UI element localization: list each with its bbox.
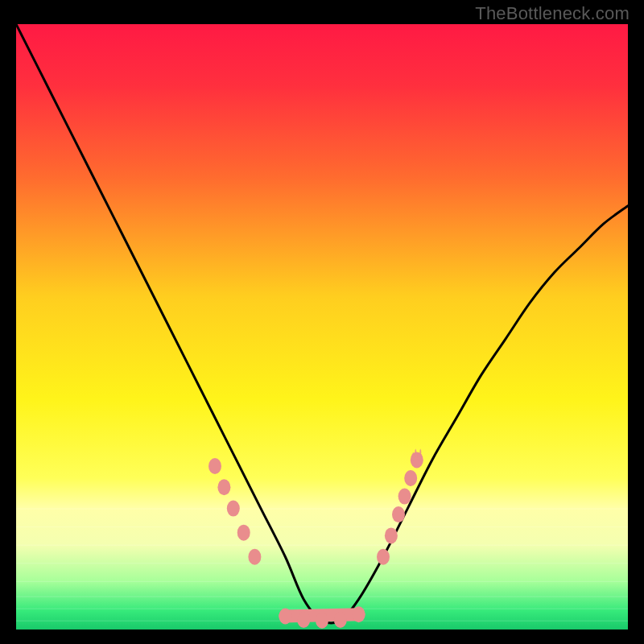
marker-left <box>248 549 261 565</box>
marker-right <box>411 452 423 468</box>
marker-right <box>377 549 390 565</box>
band-line <box>16 509 628 510</box>
marker-right <box>398 489 411 505</box>
band-line <box>16 545 628 546</box>
band-line <box>16 526 628 527</box>
gradient-background <box>16 24 628 630</box>
bottleneck-chart <box>16 24 628 630</box>
watermark-text: TheBottleneck.com <box>475 3 630 24</box>
marker-right <box>392 506 405 522</box>
band-line <box>16 597 628 597</box>
plot-area <box>16 24 628 630</box>
marker-left <box>208 458 221 474</box>
marker-bottom <box>297 612 310 628</box>
marker-bottom <box>279 608 291 624</box>
marker-bottom <box>353 606 365 622</box>
marker-bottom <box>334 612 347 628</box>
marker-bottom <box>316 613 328 629</box>
marker-left <box>227 501 240 517</box>
chart-frame: TheBottleneck.com <box>0 0 644 644</box>
marker-left <box>237 525 250 541</box>
band-line <box>16 581 628 582</box>
marker-right <box>385 527 398 543</box>
marker-left <box>217 479 230 495</box>
band-line <box>16 563 628 564</box>
marker-right <box>404 470 417 486</box>
